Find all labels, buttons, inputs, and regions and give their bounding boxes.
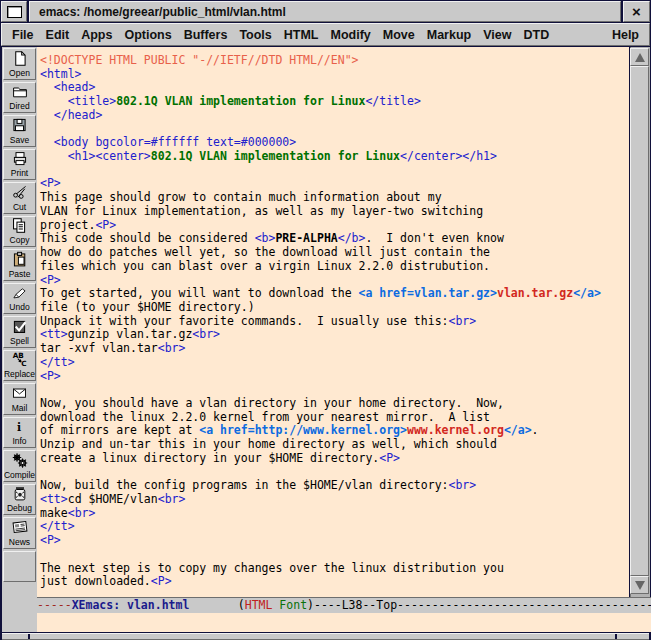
- toolbar-button-label: Spell: [10, 336, 29, 347]
- toolbar-button-label: Replace: [4, 369, 35, 380]
- menu-item-markup[interactable]: Markup: [427, 28, 471, 42]
- printer-icon: [11, 150, 29, 169]
- compile-button[interactable]: Compile: [3, 450, 36, 482]
- mail-button[interactable]: Mail: [3, 383, 36, 415]
- code-line: files which you can blast over a virgin …: [40, 260, 629, 274]
- titlebar[interactable]: emacs: /home/greear/public_html/vlan.htm…: [1, 1, 650, 22]
- code-line: VLAN for Linux implementation, as well a…: [40, 205, 629, 219]
- modeline: -----XEmacs: vlan.html (HTML Font)----L3…: [37, 597, 651, 614]
- code-line: project.<P>: [40, 219, 629, 233]
- code-line: tar -xvf vlan.tar<br>: [40, 342, 629, 356]
- scroll-up-button[interactable]: [630, 48, 649, 66]
- code-line: how do do patches well yet, so the downl…: [40, 246, 629, 260]
- toolbar-button-label: Undo: [9, 302, 29, 313]
- toolbar-button-label: Open: [9, 68, 30, 79]
- code-line: </tt>: [40, 356, 629, 370]
- print-button[interactable]: Print: [3, 149, 36, 181]
- close-icon: ×: [632, 3, 641, 20]
- code-line: of mirrors are kept at <a href=http://ww…: [40, 424, 629, 438]
- bug-jar-icon: [12, 485, 28, 504]
- menu-item-tools[interactable]: Tools: [239, 28, 271, 42]
- menubar-items: FileEditAppsOptionsBuffersToolsHTMLModif…: [12, 28, 612, 42]
- toolbar-button-label: Compile: [4, 470, 35, 481]
- toolbar: OpenDiredSavePrintCutCopyPasteUndoSpellA…: [2, 47, 37, 632]
- menu-item-options[interactable]: Options: [124, 28, 171, 42]
- clipboard-icon: [12, 250, 28, 269]
- toolbar-button-label: Dired: [9, 101, 29, 112]
- code-line: <head>: [40, 81, 629, 95]
- code-line: [40, 466, 629, 480]
- scroll-down-button[interactable]: [630, 576, 649, 594]
- xemacs-window: emacs: /home/greear/public_html/vlan.htm…: [0, 0, 651, 640]
- close-button[interactable]: ×: [623, 1, 650, 22]
- toolbar-button-label: Cut: [13, 202, 26, 213]
- menu-item-modify[interactable]: Modify: [331, 28, 371, 42]
- replace-button[interactable]: ABCReplace: [3, 350, 36, 382]
- window-menu-button[interactable]: [1, 1, 27, 22]
- code-line: <P>: [40, 534, 629, 548]
- toolbar-button-label: Copy: [10, 235, 30, 246]
- info-button[interactable]: iInfo: [3, 417, 36, 449]
- dired-button[interactable]: Dired: [3, 82, 36, 114]
- paste-button[interactable]: Paste: [3, 249, 36, 281]
- code-line: [40, 164, 629, 178]
- code-line: The next step is to copy my changes over…: [40, 562, 629, 576]
- code-line: <body bgcolor=#ffffff text=#000000>: [40, 136, 629, 150]
- copy-button[interactable]: Copy: [3, 216, 36, 248]
- window-resize-bar[interactable]: [0, 632, 651, 640]
- code-line: <tt>gunzip vlan.tar.gz<br>: [40, 328, 629, 342]
- menu-item-view[interactable]: View: [483, 28, 511, 42]
- modeline-segment: -----: [37, 598, 72, 612]
- resize-handle[interactable]: [2, 633, 649, 640]
- code-line: create a linux directory in your $HOME d…: [40, 452, 629, 466]
- echo-area[interactable]: Fontifying vlan.html... done.: [37, 613, 651, 632]
- window-title: emacs: /home/greear/public_html/vlan.htm…: [29, 1, 621, 22]
- code-line: <P>: [40, 274, 629, 288]
- code-line: This code should be considered <b>PRE-AL…: [40, 232, 629, 246]
- menu-item-html[interactable]: HTML: [284, 28, 319, 42]
- toolbar-button-label: Mail: [12, 403, 28, 414]
- code-line: </head>: [40, 109, 629, 123]
- info-icon: i: [14, 418, 26, 437]
- menu-item-buffers[interactable]: Buffers: [184, 28, 228, 42]
- menu-item-move[interactable]: Move: [383, 28, 415, 42]
- svg-text:i: i: [17, 421, 21, 434]
- toolbar-button-label: Info: [12, 436, 26, 447]
- spell-button[interactable]: Spell: [3, 316, 36, 348]
- menubar: FileEditAppsOptionsBuffersToolsHTMLModif…: [1, 23, 650, 46]
- menu-item-apps[interactable]: Apps: [81, 28, 112, 42]
- modeline-segment: Font: [279, 598, 307, 612]
- undo-button[interactable]: Undo: [3, 283, 36, 315]
- resize-notch: [615, 634, 617, 639]
- buffer[interactable]: <!DOCTYPE HTML PUBLIC "-//IETF//DTD HTML…: [37, 47, 629, 597]
- menu-item-help[interactable]: Help: [612, 28, 639, 42]
- folder-icon: [11, 83, 29, 102]
- modeline-segment: HTML: [245, 598, 273, 612]
- code-line: <html>: [40, 68, 629, 82]
- svg-text:C: C: [21, 360, 26, 369]
- menu-item-edit[interactable]: Edit: [46, 28, 70, 42]
- modeline-segment: XEmacs: vlan.html: [72, 598, 190, 612]
- code-line: make<br>: [40, 507, 629, 521]
- code-line: To get started, you will want to downloa…: [40, 287, 629, 301]
- toolbar-empty-slot: [3, 551, 36, 583]
- scrollbar-thumb[interactable]: [630, 66, 649, 576]
- open-button[interactable]: Open: [3, 48, 36, 80]
- save-button[interactable]: Save: [3, 115, 36, 147]
- vertical-scrollbar[interactable]: [629, 47, 651, 597]
- code-line: Now, build the config programs in the $H…: [40, 479, 629, 493]
- code-line: Unzip and un-tar this in your home direc…: [40, 438, 629, 452]
- arrow-up-icon: [635, 53, 645, 62]
- code-line: just downloaded.<P>: [40, 575, 629, 589]
- news-button[interactable]: News: [3, 517, 36, 549]
- menu-item-file[interactable]: File: [12, 28, 34, 42]
- window-menu-icon: [7, 6, 22, 18]
- code-line: [40, 548, 629, 562]
- code-line: This page should grow to contain much in…: [40, 191, 629, 205]
- code-line: Unpack it with your favorite commands. I…: [40, 315, 629, 329]
- menu-item-dtd[interactable]: DTD: [523, 28, 549, 42]
- toolbar-button-label: Paste: [9, 269, 31, 280]
- cut-button[interactable]: Cut: [3, 182, 36, 214]
- toolbar-button-label: News: [9, 537, 30, 548]
- debug-button[interactable]: Debug: [3, 484, 36, 516]
